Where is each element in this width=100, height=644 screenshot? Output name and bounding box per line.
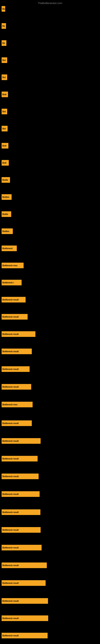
bar-item-27: Bottleneck result bbox=[1, 474, 39, 479]
bar-label-10: Bottle bbox=[2, 179, 8, 181]
bar-item-14: Bottleneck bbox=[1, 246, 17, 251]
bar-item-16: Bottleneck r bbox=[1, 280, 22, 285]
bar-label-30: Bottleneck result bbox=[2, 529, 19, 531]
bar-label-24: Bottleneck result bbox=[2, 422, 19, 424]
bar-item-24: Bottleneck result bbox=[1, 420, 32, 426]
bar-item-1: Bo bbox=[1, 23, 6, 29]
bar-label-27: Bottleneck result bbox=[2, 475, 19, 478]
bar-label-7: Bot bbox=[2, 128, 6, 130]
bar-label-20: Bottleneck result bbox=[2, 350, 19, 352]
bar-item-11: Bottlen bbox=[1, 194, 12, 200]
bar-item-26: Bottleneck result bbox=[1, 456, 38, 462]
bar-label-8: Bott bbox=[2, 145, 6, 147]
bar-item-12: Bottle bbox=[1, 211, 11, 217]
bar-label-29: Bottleneck result bbox=[2, 511, 19, 514]
bar-item-36: Bottleneck result bbox=[1, 633, 48, 638]
bar-item-29: Bottleneck result bbox=[1, 509, 40, 515]
bar-item-17: Bottleneck result bbox=[1, 297, 26, 302]
bar-label-26: Bottleneck result bbox=[2, 458, 19, 460]
bar-label-1: Bo bbox=[2, 25, 5, 27]
bar-item-0: Bo bbox=[1, 6, 5, 12]
bar-item-33: Bottleneck result bbox=[1, 580, 46, 586]
bar-item-32: Bottleneck result bbox=[1, 562, 47, 568]
bar-label-17: Bottleneck result bbox=[2, 299, 19, 301]
bar-item-25: Bottleneck result bbox=[1, 438, 41, 444]
bar-item-19: Bottleneck result bbox=[1, 331, 35, 337]
bar-item-10: Bottle bbox=[1, 177, 10, 183]
bar-label-16: Bottleneck r bbox=[2, 282, 14, 284]
bar-label-36: Bottleneck result bbox=[2, 634, 19, 637]
bar-item-22: Bottleneck result bbox=[1, 384, 31, 390]
bar-label-6: Bot bbox=[2, 110, 6, 113]
bar-label-12: Bottle bbox=[2, 213, 8, 215]
bar-label-5: Bott bbox=[2, 94, 6, 96]
bar-item-31: Bottleneck result bbox=[1, 545, 42, 550]
bar-label-22: Bottleneck result bbox=[2, 386, 19, 388]
bar-label-19: Bottleneck result bbox=[2, 333, 19, 335]
bar-item-5: Bott bbox=[1, 92, 8, 97]
bar-item-13: Bottlen bbox=[1, 228, 13, 234]
bar-item-35: Bottleneck result bbox=[1, 616, 48, 621]
bar-label-21: Bottleneck result bbox=[2, 368, 19, 370]
bar-label-3: Bot bbox=[2, 59, 6, 62]
bar-label-23: Bottleneck resu bbox=[2, 404, 17, 406]
bar-label-9: Bott bbox=[2, 162, 6, 164]
site-title: TheBottlenecker.com bbox=[38, 2, 62, 5]
bar-label-31: Bottleneck result bbox=[2, 546, 19, 549]
bar-item-18: Bottleneck result bbox=[1, 314, 28, 320]
bar-item-30: Bottleneck result bbox=[1, 527, 41, 533]
bar-item-28: Bottleneck result bbox=[1, 491, 40, 497]
bar-label-11: Bottlen bbox=[2, 196, 9, 198]
bar-label-2: Bo bbox=[2, 42, 5, 44]
bar-label-0: Bo bbox=[2, 8, 5, 10]
bar-item-9: Bott bbox=[1, 160, 9, 166]
bar-item-8: Bott bbox=[1, 143, 8, 148]
bar-label-4: Bot bbox=[2, 76, 6, 78]
bar-label-25: Bottleneck result bbox=[2, 440, 19, 442]
bar-label-33: Bottleneck result bbox=[2, 582, 19, 584]
bar-label-34: Bottleneck result bbox=[2, 600, 19, 602]
bar-item-15: Bottleneck resu bbox=[1, 263, 24, 268]
bar-item-20: Bottleneck result bbox=[1, 348, 32, 354]
bar-item-6: Bot bbox=[1, 109, 7, 114]
bar-label-13: Bottlen bbox=[2, 230, 9, 232]
bar-label-18: Bottleneck result bbox=[2, 316, 19, 318]
bar-label-32: Bottleneck result bbox=[2, 564, 19, 566]
bar-item-7: Bot bbox=[1, 126, 8, 132]
bar-item-3: Bot bbox=[1, 57, 7, 63]
bar-item-2: Bo bbox=[1, 40, 6, 46]
bar-label-35: Bottleneck result bbox=[2, 617, 19, 620]
bar-label-14: Bottleneck bbox=[2, 247, 13, 250]
bar-item-21: Bottleneck result bbox=[1, 366, 30, 372]
bar-item-23: Bottleneck resu bbox=[1, 402, 33, 407]
bar-item-34: Bottleneck result bbox=[1, 598, 48, 604]
bar-label-15: Bottleneck resu bbox=[2, 264, 17, 267]
bar-item-4: Bot bbox=[1, 74, 7, 80]
bar-label-28: Bottleneck result bbox=[2, 493, 19, 495]
